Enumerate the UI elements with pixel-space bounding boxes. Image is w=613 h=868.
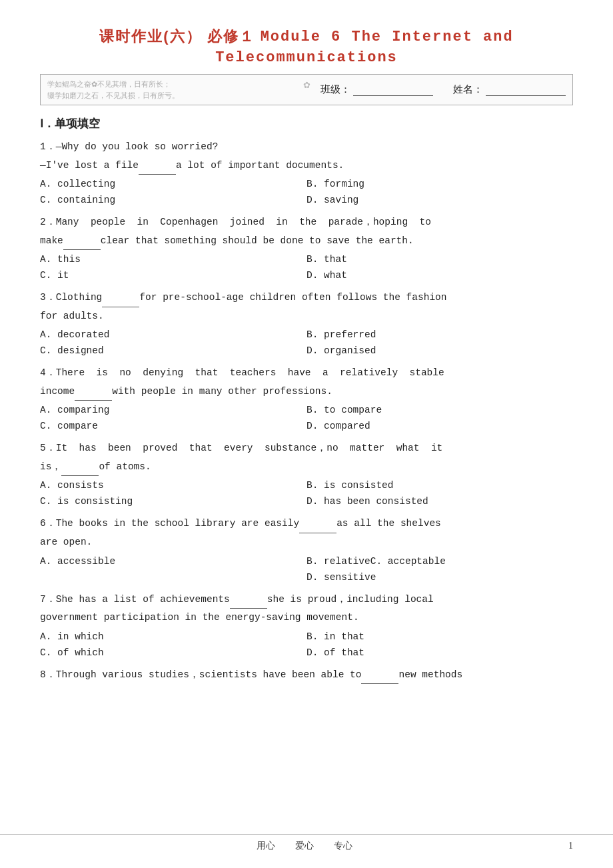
q8-text: 8．Through various studies，scientists hav… xyxy=(40,666,573,685)
q2-option-c: C. it xyxy=(40,269,306,282)
title-block: 课时作业(六） 必修１ Module 6 The Internet and Te… xyxy=(40,27,573,66)
title-line2: Telecommunications xyxy=(40,49,573,66)
q4-options-row1: A. comparing B. to compare xyxy=(40,403,573,417)
footer-center: 用心 爱心 专心 xyxy=(257,840,352,852)
q5-option-c: C. is consisting xyxy=(40,495,306,508)
watermark-line2: 辍学如磨刀之石，不见其损，日有所亏。 xyxy=(47,90,320,101)
footer-item2: 爱心 xyxy=(295,840,314,852)
watermark-icon: ✿ xyxy=(303,80,310,91)
q3-option-c: C. designed xyxy=(40,344,306,357)
q2-blank xyxy=(63,239,101,250)
q7-option-b: B. in that xyxy=(306,630,573,643)
q7-text2: government participation in the energy-s… xyxy=(40,609,573,627)
info-bar: ✿ 学如鲲鸟之奋✿不见其增，日有所长； 辍学如磨刀之石，不见其损，日有所亏。 班… xyxy=(40,74,573,105)
q8-blank xyxy=(361,673,398,684)
q1-options-row1: A. collecting B. forming xyxy=(40,177,573,191)
q2-option-d: D. what xyxy=(306,269,573,282)
page: 课时作业(六） 必修１ Module 6 The Internet and Te… xyxy=(0,0,613,731)
q1-option-c: C. containing xyxy=(40,193,306,207)
q4-text: 4．There is no denying that teachers have… xyxy=(40,364,573,383)
question-3: 3．Clothingfor pre-school-age children of… xyxy=(40,289,573,357)
name-label: 姓名： xyxy=(453,83,483,96)
q1-option-b: B. forming xyxy=(306,177,573,191)
q5-text: 5．It has been proved that every substanc… xyxy=(40,439,573,458)
q5-option-d: D. has been consisted xyxy=(306,495,573,508)
watermark-line1: 学如鲲鸟之奋✿不见其增，日有所长； xyxy=(47,79,320,90)
q7-options-row2: C. of which D. of that xyxy=(40,646,573,659)
question-1: 1．—Why do you look so worried? —I've los… xyxy=(40,138,573,207)
q7-option-c: C. of which xyxy=(40,646,306,659)
question-6: 6．The books in the school library are ea… xyxy=(40,515,573,583)
q4-blank xyxy=(75,390,112,401)
q4-option-d: D. compared xyxy=(306,419,573,433)
footer-item1: 用心 xyxy=(257,840,275,852)
q1-text-line1: 1．—Why do you look so worried? xyxy=(40,138,573,157)
q4-option-a: A. comparing xyxy=(40,403,306,417)
q5-option-b: B. is consisted xyxy=(306,479,573,492)
footer-item3: 专心 xyxy=(334,840,352,852)
q2-options-row1: A. this B. that xyxy=(40,253,573,266)
section1-title: Ⅰ．单项填空 xyxy=(40,116,573,131)
q1-option-a: A. collecting xyxy=(40,177,306,191)
q5-options-row1: A. consists B. is consisted xyxy=(40,479,573,492)
question-7: 7．She has a list of achievementsshe is p… xyxy=(40,591,573,659)
q4-text2: incomewith people in many other professi… xyxy=(40,383,573,401)
q2-text2: makeclear that something should be done … xyxy=(40,232,573,251)
q2-options-row2: C. it D. what xyxy=(40,269,573,282)
q1-option-d: D. saving xyxy=(306,193,573,207)
question-8: 8．Through various studies，scientists hav… xyxy=(40,666,573,685)
title-en1: Module 6 The Internet and xyxy=(261,29,514,45)
q7-text: 7．She has a list of achievementsshe is p… xyxy=(40,591,573,609)
title-cn: 课时作业(六） xyxy=(99,27,201,47)
q5-options-row2: C. is consisting D. has been consisted xyxy=(40,495,573,508)
q1-options-row2: C. containing D. saving xyxy=(40,193,573,207)
q6-text2: are open. xyxy=(40,533,573,552)
q3-option-a: A. decorated xyxy=(40,328,306,341)
q2-text: 2．Many people in Copenhagen joined in th… xyxy=(40,213,573,232)
question-4: 4．There is no denying that teachers have… xyxy=(40,364,573,433)
q3-option-b: B. preferred xyxy=(306,328,573,341)
q6-text: 6．The books in the school library are ea… xyxy=(40,515,573,533)
q5-text2: is，of atoms. xyxy=(40,458,573,477)
q6-options-row1: A. accessible B. relativeC. acceptable xyxy=(40,555,573,568)
q4-option-c: C. compare xyxy=(40,419,306,433)
q6-option-b: B. relativeC. acceptable xyxy=(306,555,573,568)
q3-option-d: D. organised xyxy=(306,344,573,357)
q3-options-row2: C. designed D. organised xyxy=(40,344,573,357)
q3-text: 3．Clothingfor pre-school-age children of… xyxy=(40,289,573,307)
q6-option-a: A. accessible xyxy=(40,555,306,568)
q7-blank xyxy=(230,598,267,609)
q2-option-a: A. this xyxy=(40,253,306,266)
q7-option-a: A. in which xyxy=(40,630,306,643)
q3-text2: for adults. xyxy=(40,307,573,326)
q6-option-d: D. sensitive xyxy=(306,571,573,584)
q6-option-spacer xyxy=(40,571,306,584)
q7-options-row1: A. in which B. in that xyxy=(40,630,573,643)
question-5: 5．It has been proved that every substanc… xyxy=(40,439,573,508)
q4-options-row2: C. compare D. compared xyxy=(40,419,573,433)
class-input-line[interactable] xyxy=(353,84,433,96)
q3-blank xyxy=(102,297,139,307)
q5-option-a: A. consists xyxy=(40,479,306,492)
q1-text-line2: —I've lost a filea lot of important docu… xyxy=(40,157,573,175)
info-fields: 班级： 姓名： xyxy=(320,83,566,96)
q2-option-b: B. that xyxy=(306,253,573,266)
name-field: 姓名： xyxy=(453,83,566,96)
footer-bar: 用心 爱心 专心 1 xyxy=(0,834,613,852)
q6-blank xyxy=(299,523,336,533)
watermark-text: 学如鲲鸟之奋✿不见其增，日有所长； 辍学如磨刀之石，不见其损，日有所亏。 xyxy=(47,79,320,101)
class-label: 班级： xyxy=(320,83,350,96)
question-2: 2．Many people in Copenhagen joined in th… xyxy=(40,213,573,282)
q5-blank xyxy=(61,465,99,476)
q1-blank xyxy=(139,164,176,175)
title-line1: 课时作业(六） 必修１ Module 6 The Internet and xyxy=(40,27,573,47)
q6-options-row2: D. sensitive xyxy=(40,571,573,584)
title-mid: 必修１ xyxy=(207,27,255,47)
q3-options-row1: A. decorated B. preferred xyxy=(40,328,573,341)
footer-page-num: 1 xyxy=(568,841,573,851)
class-field: 班级： xyxy=(320,83,433,96)
name-input-line[interactable] xyxy=(486,84,566,96)
q7-option-d: D. of that xyxy=(306,646,573,659)
q4-option-b: B. to compare xyxy=(306,403,573,417)
